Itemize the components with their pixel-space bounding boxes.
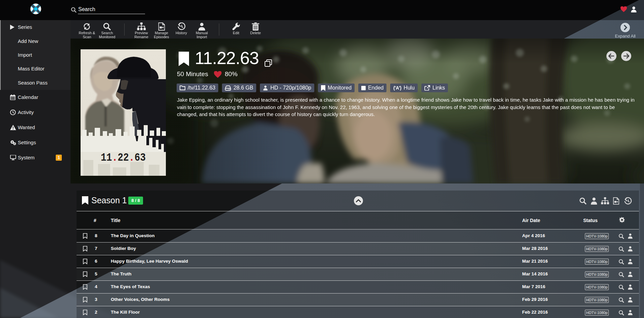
svg-text:11.22.63: 11.22.63 xyxy=(101,151,146,164)
